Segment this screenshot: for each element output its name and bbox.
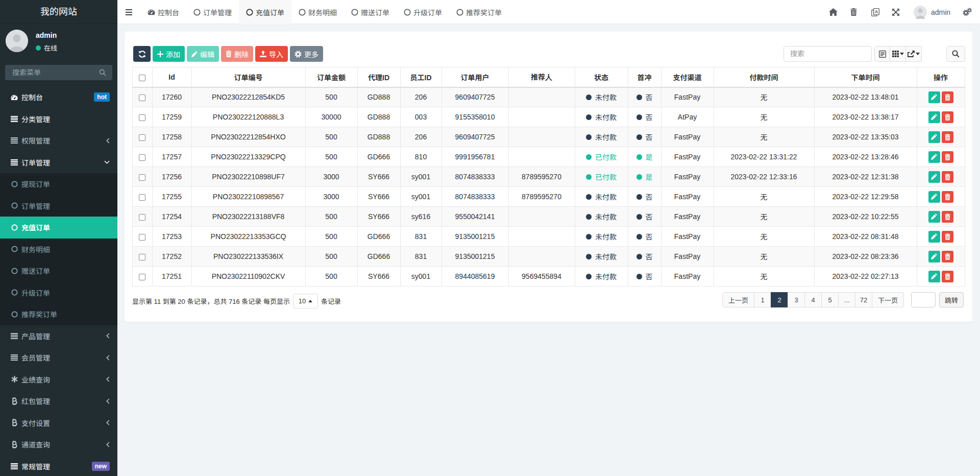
svg-text:A: A — [875, 9, 878, 14]
